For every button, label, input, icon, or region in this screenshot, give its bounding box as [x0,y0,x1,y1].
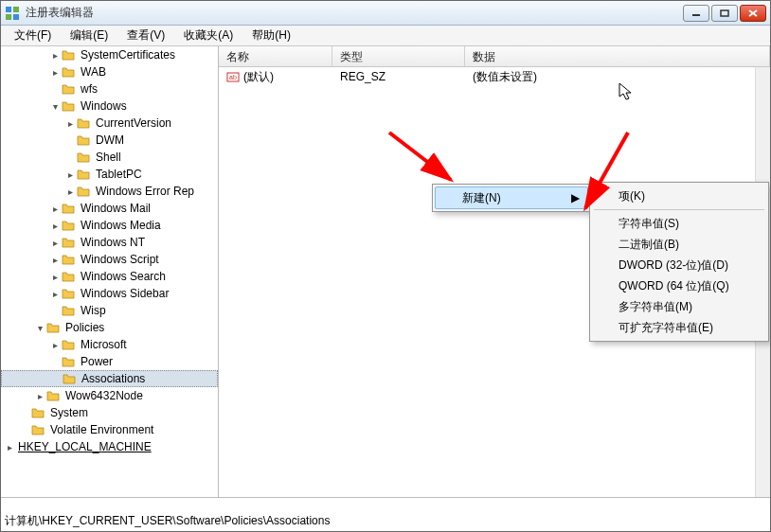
tree-item[interactable]: ▸Wow6432Node [1,387,218,404]
tree-item-label: Windows Sidebar [79,287,170,300]
tree-expander-icon[interactable]: ▸ [48,272,62,282]
tree-expander-icon[interactable]: ▸ [63,118,77,129]
tree-item[interactable]: ▸Windows Error Rep [1,183,218,200]
col-type[interactable]: 类型 [332,46,465,66]
submenu-item[interactable]: 多字符串值(M) [590,296,768,317]
menu-favorites[interactable]: 收藏夹(A) [174,26,242,45]
context-item-new[interactable]: 新建(N) ▶ [435,186,588,209]
tree-item[interactable]: ▸DWM [1,132,218,149]
folder-icon [62,339,75,350]
tree-expander-icon[interactable]: ▾ [48,101,62,112]
submenu-item[interactable]: 字符串值(S) [590,213,768,234]
tree-item-label: Windows Media [79,219,163,232]
context-item-label: 新建(N) [462,190,501,206]
tree-item[interactable]: ▾Policies [1,319,218,336]
col-name[interactable]: 名称 [219,46,332,66]
folder-icon [31,407,45,418]
tree-item[interactable]: ▸Power [1,353,218,370]
col-data[interactable]: 数据 [465,46,770,66]
folder-icon [77,151,90,163]
tree-item[interactable]: ▸Windows Media [1,217,218,234]
tree-item[interactable]: ▸Windows Search [1,268,218,285]
tree-item[interactable]: ▸CurrentVersion [1,115,218,132]
tree-expander-icon[interactable]: ▾ [33,323,46,333]
folder-icon [77,117,90,129]
window-buttons [683,5,766,22]
minimize-button[interactable] [683,5,709,22]
menu-separator [594,209,764,210]
tree-item-label: Windows [79,99,129,113]
tree-expander-icon[interactable]: ▸ [48,255,62,265]
tree-expander-icon[interactable]: ▸ [48,238,62,248]
tree-item-label: Windows Script [79,253,161,266]
tree-expander-icon[interactable]: ▸ [48,340,62,350]
menu-view[interactable]: 查看(V) [117,26,174,45]
folder-icon [46,390,60,401]
menu-edit[interactable]: 编辑(E) [61,26,117,45]
tree-expander-icon[interactable]: ▸ [63,169,77,180]
tree-item-label: WAB [79,65,108,79]
folder-icon [77,134,90,146]
table-row[interactable]: ab (默认) REG_SZ (数值未设置) [219,67,770,86]
tree-item[interactable]: ▸System [1,404,218,421]
tree-item[interactable]: ▸wfs [1,80,218,98]
value-name: (默认) [243,69,274,85]
context-submenu-new: 项(K)字符串值(S)二进制值(B)DWORD (32-位)值(D)QWORD … [589,182,769,342]
svg-rect-1 [13,7,19,12]
tree-expander-icon[interactable]: ▸ [33,391,46,401]
tree-item-label: System [48,406,90,419]
submenu-item[interactable]: 可扩充字符串值(E) [590,317,768,338]
folder-icon [62,288,75,299]
tree-item-label: SystemCertificates [79,48,177,62]
submenu-item[interactable]: DWORD (32-位)值(D) [590,255,768,275]
folder-icon [62,305,75,316]
tree-item[interactable]: ▸Volatile Environment [1,421,218,438]
submenu-item[interactable]: 二进制值(B) [590,234,768,255]
tree-item[interactable]: ▸Windows Mail [1,200,218,217]
tree-item-label: wfs [79,82,99,96]
tree-item[interactable]: ▸TabletPC [1,166,218,183]
menu-bar: 文件(F) 编辑(E) 查看(V) 收藏夹(A) 帮助(H) [1,26,770,46]
tree-item-label: TabletPC [94,168,144,181]
tree-item[interactable]: ▸SystemCertificates [1,46,218,63]
tree-item[interactable]: ▸Windows Sidebar [1,285,218,302]
folder-icon [62,203,75,214]
tree-item-label: DWM [94,133,126,147]
folder-icon [63,373,76,384]
svg-line-10 [389,133,451,180]
folder-icon [46,322,60,333]
tree-item[interactable]: ▸Windows Script [1,251,218,268]
submenu-item[interactable]: 项(K) [590,186,768,206]
tree-item[interactable]: ▸Microsoft [1,336,218,353]
tree-expander-icon[interactable]: ▸ [3,442,16,452]
menu-help[interactable]: 帮助(H) [242,26,300,45]
submenu-item[interactable]: QWORD (64 位)值(Q) [590,275,768,296]
tree-expander-icon[interactable]: ▸ [48,204,62,214]
folder-icon [62,49,75,61]
svg-rect-0 [6,7,11,12]
tree[interactable]: ▸SystemCertificates▸WAB▸wfs▾Windows▸Curr… [1,46,218,497]
tree-item[interactable]: ▸Associations [1,370,218,387]
tree-expander-icon[interactable]: ▸ [48,221,62,231]
svg-rect-5 [721,10,728,16]
tree-item[interactable]: ▸Windows NT [1,234,218,251]
folder-icon [62,254,75,265]
tree-expander-icon[interactable]: ▸ [48,289,62,299]
tree-item[interactable]: ▸WAB [1,63,218,80]
value-type: REG_SZ [332,68,465,85]
close-button[interactable] [740,5,766,22]
window-title: 注册表编辑器 [26,5,683,21]
tree-root-key[interactable]: ▸HKEY_LOCAL_MACHINE [1,438,218,455]
maximize-button[interactable] [711,5,738,22]
folder-icon [31,424,45,435]
value-data: (数值未设置) [465,67,770,87]
tree-item[interactable]: ▾Windows [1,98,218,115]
tree-expander-icon[interactable]: ▸ [63,186,77,197]
tree-item[interactable]: ▸Shell [1,149,218,166]
status-bar: 计算机\HKEY_CURRENT_USER\Software\Policies\… [1,497,770,531]
tree-item-label: Windows NT [79,236,147,249]
menu-file[interactable]: 文件(F) [5,26,61,45]
tree-expander-icon[interactable]: ▸ [48,67,62,78]
tree-item[interactable]: ▸Wisp [1,302,218,319]
tree-expander-icon[interactable]: ▸ [48,50,62,61]
